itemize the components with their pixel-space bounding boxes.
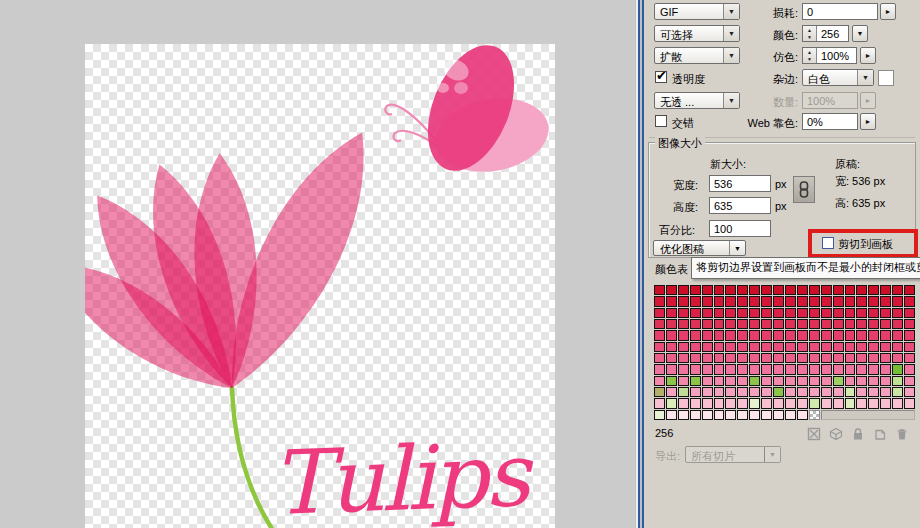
color-swatch[interactable] [761, 308, 772, 318]
color-swatch[interactable] [892, 398, 903, 408]
lock-icon[interactable] [851, 427, 865, 441]
color-swatch[interactable] [678, 353, 689, 363]
color-swatch[interactable] [678, 285, 689, 295]
color-swatch[interactable] [797, 330, 808, 340]
color-swatch[interactable] [690, 330, 701, 340]
color-swatch[interactable] [880, 353, 891, 363]
chevron-down-icon[interactable]: ▼ [729, 241, 745, 255]
color-swatch[interactable] [856, 285, 867, 295]
color-swatch[interactable] [702, 330, 713, 340]
color-swatch[interactable] [809, 330, 820, 340]
color-swatch[interactable] [809, 319, 820, 329]
color-swatch[interactable] [904, 364, 915, 374]
color-swatch[interactable] [773, 387, 784, 397]
color-swatch[interactable] [702, 364, 713, 374]
color-swatch[interactable] [773, 285, 784, 295]
chevron-down-icon[interactable]: ▼ [857, 70, 873, 85]
color-swatch[interactable] [654, 387, 665, 397]
stepper-arrows-icon[interactable]: ▲▼ [803, 48, 817, 63]
color-swatch[interactable] [702, 285, 713, 295]
color-swatch[interactable] [880, 296, 891, 306]
color-swatch[interactable] [821, 353, 832, 363]
matte-color-swatch[interactable] [878, 70, 894, 86]
color-swatch[interactable] [797, 376, 808, 386]
color-swatch[interactable] [856, 319, 867, 329]
color-swatch[interactable] [654, 308, 665, 318]
color-swatch[interactable] [666, 353, 677, 363]
color-swatch[interactable] [690, 296, 701, 306]
color-swatch[interactable] [773, 353, 784, 363]
color-swatch[interactable] [654, 319, 665, 329]
color-swatch[interactable] [773, 398, 784, 408]
color-swatch[interactable] [785, 364, 796, 374]
transparency-swatch[interactable] [809, 410, 820, 420]
color-swatch[interactable] [809, 387, 820, 397]
color-swatch[interactable] [833, 296, 844, 306]
color-swatch[interactable] [714, 342, 725, 352]
color-swatch[interactable] [785, 285, 796, 295]
color-swatch[interactable] [690, 308, 701, 318]
color-swatch[interactable] [737, 296, 748, 306]
color-swatch[interactable] [809, 353, 820, 363]
web-shift-cube-icon[interactable] [829, 427, 843, 441]
color-swatch[interactable] [690, 319, 701, 329]
color-swatch[interactable] [892, 330, 903, 340]
color-swatch[interactable] [797, 319, 808, 329]
color-swatch[interactable] [725, 285, 736, 295]
color-swatch[interactable] [725, 364, 736, 374]
color-swatch[interactable] [678, 330, 689, 340]
color-swatch[interactable] [833, 364, 844, 374]
color-swatch[interactable] [892, 296, 903, 306]
color-swatch[interactable] [702, 296, 713, 306]
color-swatch[interactable] [749, 342, 760, 352]
color-swatch[interactable] [868, 296, 879, 306]
color-swatch[interactable] [678, 308, 689, 318]
matte-select[interactable]: 白色 ▼ [802, 69, 874, 86]
color-swatch[interactable] [845, 364, 856, 374]
color-swatch[interactable] [904, 353, 915, 363]
color-swatch[interactable] [666, 376, 677, 386]
color-swatch[interactable] [725, 330, 736, 340]
color-swatch[interactable] [737, 308, 748, 318]
color-swatch[interactable] [773, 410, 784, 420]
color-swatch[interactable] [714, 308, 725, 318]
color-swatch[interactable] [833, 319, 844, 329]
color-swatch[interactable] [821, 376, 832, 386]
color-swatch[interactable] [737, 398, 748, 408]
percent-input[interactable]: 100 [709, 220, 771, 237]
color-swatch[interactable] [678, 376, 689, 386]
optimize-artwork-button[interactable]: 优化图稿 ▼ [653, 240, 746, 256]
color-swatch[interactable] [678, 342, 689, 352]
color-swatch[interactable] [868, 353, 879, 363]
color-swatch[interactable] [845, 342, 856, 352]
lossy-slider-button[interactable]: ► [880, 3, 896, 20]
color-swatch[interactable] [737, 387, 748, 397]
stepper-arrows-icon[interactable]: ▲▼ [803, 26, 817, 41]
color-swatch[interactable] [761, 364, 772, 374]
trash-icon[interactable] [895, 427, 909, 441]
color-swatch[interactable] [785, 342, 796, 352]
color-swatch[interactable] [821, 296, 832, 306]
color-swatch[interactable] [737, 353, 748, 363]
color-swatch[interactable] [737, 319, 748, 329]
color-swatch[interactable] [725, 410, 736, 420]
color-swatch[interactable] [773, 342, 784, 352]
color-swatch[interactable] [702, 319, 713, 329]
color-swatch[interactable] [856, 376, 867, 386]
color-swatch[interactable] [821, 285, 832, 295]
color-swatch[interactable] [702, 342, 713, 352]
color-swatch[interactable] [821, 319, 832, 329]
color-swatch[interactable] [714, 410, 725, 420]
color-swatch[interactable] [749, 353, 760, 363]
color-swatch[interactable] [678, 387, 689, 397]
color-swatch[interactable] [761, 376, 772, 386]
color-swatch[interactable] [845, 398, 856, 408]
color-swatch[interactable] [761, 330, 772, 340]
color-swatch[interactable] [725, 296, 736, 306]
color-swatch[interactable] [749, 410, 760, 420]
color-swatch[interactable] [821, 364, 832, 374]
color-swatch[interactable] [892, 319, 903, 329]
color-swatch[interactable] [678, 296, 689, 306]
color-swatch[interactable] [725, 308, 736, 318]
color-swatch[interactable] [880, 398, 891, 408]
